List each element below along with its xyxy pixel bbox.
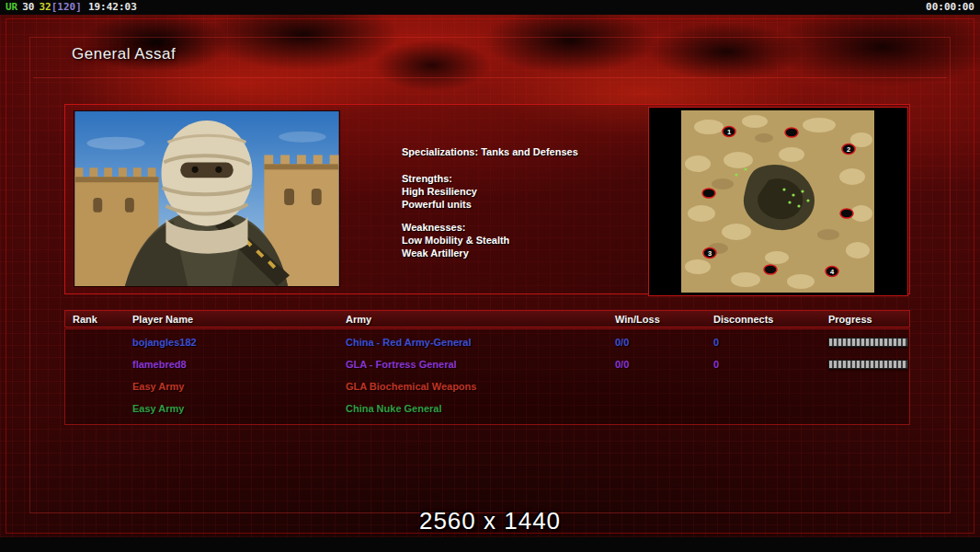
game-screen: UR3032[120]19:42:03 00:00:00 General Ass…	[0, 0, 980, 552]
debug-counters: UR3032[120]19:42:03	[6, 0, 137, 15]
column-winloss: Win/Loss	[615, 313, 660, 327]
general-portrait	[74, 110, 340, 287]
marker-number-1: 1	[727, 128, 731, 136]
load-progress-bar	[828, 338, 908, 347]
player-row: flamebred8 GLA - Fortress General 0/0 0	[65, 355, 909, 375]
load-progress-bar	[828, 360, 908, 369]
specializations-text: Specializations: Tanks and Defenses	[402, 145, 650, 158]
debug-topbar: UR3032[120]19:42:03 00:00:00	[0, 0, 980, 15]
player-disconnects: 0	[713, 333, 719, 351]
player-army: GLA Biochemical Weapons	[346, 377, 476, 396]
column-rank: Rank	[73, 313, 97, 327]
player-disconnects: 0	[713, 355, 719, 374]
player-name: flamebred8	[132, 355, 187, 374]
player-army: China Nuke General	[346, 399, 442, 418]
minimap: 1 2 3 4	[681, 110, 874, 293]
counter-1: 30	[22, 1, 34, 13]
column-progress: Progress	[828, 313, 872, 327]
counter-bracket: [120]	[51, 1, 82, 13]
player-name: Easy Army	[132, 377, 184, 396]
player-army: China - Red Army-General	[346, 333, 472, 351]
player-army: GLA - Fortress General	[346, 355, 457, 374]
bottom-bar	[0, 537, 980, 552]
player-name: bojangles182	[132, 333, 197, 351]
player-table-header: Rank Player Name Army Win/Loss Disconnec…	[64, 310, 910, 328]
minimap-frame: 1 2 3 4	[648, 107, 908, 296]
clock-readout: 19:42:03	[88, 1, 137, 13]
fps-label: UR	[6, 1, 17, 13]
portrait-art	[74, 111, 339, 286]
player-winloss: 0/0	[615, 333, 629, 351]
counter-2: 32	[40, 1, 51, 13]
player-row: Easy Army China Nuke General	[65, 399, 909, 420]
weakness-item: Weak Artillery	[402, 247, 650, 259]
player-row: bojangles182 China - Red Army-General 0/…	[65, 333, 909, 353]
general-description: Specializations: Tanks and Defenses Stre…	[402, 145, 650, 259]
weakness-item: Low Mobility & Stealth	[402, 234, 650, 247]
player-winloss: 0/0	[615, 355, 629, 374]
strength-item: Powerful units	[402, 198, 650, 211]
column-army: Army	[346, 313, 371, 327]
column-disconnects: Disconnects	[713, 313, 773, 327]
weaknesses-label: Weaknesses:	[402, 221, 650, 234]
wrapped-head	[162, 121, 253, 254]
resolution-label: 2560 x 1440	[0, 507, 980, 535]
player-list: bojangles182 China - Red Army-General 0/…	[64, 328, 910, 425]
column-player-name: Player Name	[132, 313, 193, 327]
general-title: General Assaf	[72, 45, 176, 63]
player-row: Easy Army GLA Biochemical Weapons	[65, 377, 909, 397]
marker-number-3: 3	[708, 249, 712, 258]
match-timer: 00:00:00	[926, 0, 974, 15]
strength-item: High Resiliency	[402, 185, 650, 198]
title-divider-line	[33, 77, 947, 78]
strengths-label: Strengths:	[402, 172, 650, 185]
player-name: Easy Army	[132, 399, 184, 418]
marker-number-2: 2	[847, 145, 850, 154]
